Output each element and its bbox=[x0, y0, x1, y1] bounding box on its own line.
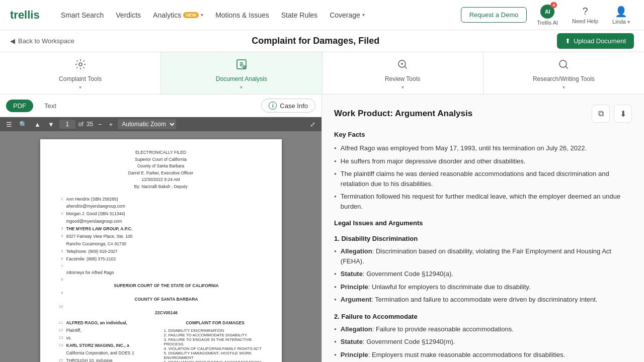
text-tab[interactable]: Text bbox=[37, 100, 63, 112]
pdf-claims-list: 1. DISABILITY DISCRIMINATION 2. FAILURE … bbox=[164, 328, 267, 362]
pdf-prev-page-button[interactable]: ▲ bbox=[32, 120, 43, 129]
issue-1-allegation: Allegation: Discrimination based on disa… bbox=[334, 246, 632, 266]
need-help-button[interactable]: ? Need Help bbox=[568, 4, 602, 26]
right-panel: Work Product: Argument Analysis ⧉ ⬇ Key … bbox=[322, 95, 644, 362]
pdf-toolbar: ☰ 🔍 ▲ ▼ 1 of 35 − + Automatic Zoom ⤢ bbox=[0, 117, 321, 131]
nav-coverage[interactable]: Coverage ▾ bbox=[325, 8, 370, 22]
pdf-line-city: Rancho Cucamonga, CA 91730 bbox=[55, 241, 267, 247]
pdf-filed-line-2: Superior Court of California bbox=[55, 156, 267, 163]
issue-1-argument: Argument: Termination and failure to acc… bbox=[334, 295, 632, 305]
pdf-filed-line-6: By: Narzralli Baksh , Deputy bbox=[55, 184, 267, 191]
user-label: Linda ▾ bbox=[612, 19, 630, 25]
download-icon: ⬇ bbox=[620, 109, 626, 119]
left-panel: PDF Text i Case Info ☰ 🔍 ▲ ▼ 1 of 35 − +… bbox=[0, 95, 322, 362]
pdf-zoom-out-button[interactable]: − bbox=[96, 120, 104, 129]
trellis-ai-icon: AI 4 bbox=[540, 5, 554, 19]
pdf-line-4: 49327 Fairway View Place, Ste. 100 bbox=[55, 234, 267, 240]
pdf-page-input[interactable]: 1 bbox=[59, 120, 75, 129]
svg-point-0 bbox=[79, 63, 82, 66]
user-menu-button[interactable]: 👤 Linda ▾ bbox=[608, 4, 634, 27]
pdf-line-case-num: 22CV05146 bbox=[55, 310, 267, 316]
trellis-ai-button[interactable]: AI 4 Trellis AI bbox=[533, 3, 562, 28]
pdf-page: ELECTRONICALLY FILED Superior Court of C… bbox=[40, 139, 282, 362]
pdf-plaintiff-col: 11ALFRED RAGO, an individual, 12Plaintif… bbox=[55, 320, 158, 362]
research-writing-chevron: ▾ bbox=[562, 84, 565, 90]
document-analysis-section[interactable]: Document Analysis ▾ bbox=[161, 52, 322, 94]
trellis-ai-badge: 4 bbox=[550, 2, 557, 8]
pdf-page-separator: of bbox=[78, 121, 84, 128]
pdf-sidebar-toggle[interactable]: ☰ bbox=[4, 120, 14, 129]
key-fact-2: He suffers from major depressive disorde… bbox=[334, 156, 632, 166]
pdf-filed-line-4: Darrel E. Parker, Executive Officer bbox=[55, 170, 267, 177]
pdf-filed-line-5: 12/30/2022 9:24 AM bbox=[55, 176, 267, 184]
pdf-next-page-button[interactable]: ▼ bbox=[46, 120, 56, 129]
upload-document-button[interactable]: ⬆ Upload Document bbox=[557, 33, 634, 49]
pdf-content-area[interactable]: ELECTRONICALLY FILED Superior Court of C… bbox=[0, 131, 321, 362]
pdf-line-1: 1Ann Hendrix (SBN 258285) bbox=[55, 197, 267, 203]
complaint-tools-chevron: ▾ bbox=[79, 84, 82, 90]
key-fact-1: Alfred Rago was employed from May 17, 19… bbox=[334, 143, 632, 153]
upload-icon: ⬆ bbox=[565, 37, 571, 45]
main-content: PDF Text i Case Info ☰ 🔍 ▲ ▼ 1 of 35 − +… bbox=[0, 95, 644, 362]
issue-2-principle: Principle: Employers must make reasonabl… bbox=[334, 350, 632, 360]
legal-issues-title: Legal Issues and Arguments bbox=[334, 219, 632, 227]
pdf-line-8: 8 bbox=[55, 277, 267, 282]
research-writing-label: Research/Writing Tools bbox=[533, 75, 595, 82]
pdf-fullscreen-button[interactable]: ⤢ bbox=[308, 120, 317, 129]
complaint-tools-section[interactable]: Complaint Tools ▾ bbox=[0, 52, 161, 94]
work-product-header: Work Product: Argument Analysis ⧉ ⬇ bbox=[334, 105, 632, 123]
issue-1-title: 1. Disability Discrimination bbox=[334, 235, 632, 242]
nav-state-rules[interactable]: State Rules bbox=[276, 8, 323, 22]
nav-links: Smart Search Verdicts Analytics NEW ▾ Mo… bbox=[56, 8, 449, 22]
pdf-line-10: 10 bbox=[55, 304, 267, 309]
pdf-line-court: SUPERIOR COURT OF THE STATE OF CALIFORNI… bbox=[55, 283, 267, 289]
svg-point-4 bbox=[559, 60, 567, 67]
pdf-line-3: 3THE MYERS LAW GROUP, A.P.C. bbox=[55, 226, 267, 232]
research-writing-section[interactable]: Research/Writing Tools ▾ bbox=[484, 52, 644, 94]
pdf-line-6: 6Facsimile: (888) 375-2102 bbox=[55, 256, 267, 262]
case-info-icon: i bbox=[269, 102, 277, 110]
nav-motions[interactable]: Motions & Issues bbox=[210, 8, 274, 22]
document-analysis-icon bbox=[235, 58, 248, 73]
need-help-label: Need Help bbox=[572, 18, 598, 24]
review-tools-section[interactable]: Review Tools ▾ bbox=[323, 52, 484, 94]
back-arrow-icon: ◀ bbox=[10, 37, 15, 45]
complaint-tools-icon bbox=[74, 58, 87, 73]
issue-2-statute: Statute: Government Code §12940(m). bbox=[334, 337, 632, 347]
case-info-button[interactable]: i Case Info bbox=[261, 99, 315, 113]
trellis-ai-label: Trellis AI bbox=[537, 20, 558, 26]
left-panel-toolbar: PDF Text i Case Info bbox=[0, 95, 321, 117]
key-fact-4: Termination followed his request for fur… bbox=[334, 192, 632, 211]
logo[interactable]: trellis bbox=[10, 9, 40, 22]
review-tools-label: Review Tools bbox=[385, 75, 420, 82]
document-analysis-label: Document Analysis bbox=[216, 75, 267, 82]
key-facts-title: Key Facts bbox=[334, 131, 632, 138]
pdf-line-7: 7 bbox=[55, 264, 267, 268]
help-icon: ? bbox=[582, 6, 588, 17]
analytics-chevron: ▾ bbox=[201, 12, 203, 18]
back-to-workspace-link[interactable]: ◀ Back to Workspace bbox=[10, 37, 74, 45]
pdf-filed-header: ELECTRONICALLY FILED Superior Court of C… bbox=[55, 149, 267, 191]
work-product-actions: ⧉ ⬇ bbox=[592, 105, 632, 123]
review-tools-chevron: ▾ bbox=[401, 84, 404, 90]
research-writing-icon bbox=[557, 58, 570, 73]
nav-verdicts[interactable]: Verdicts bbox=[111, 8, 146, 22]
coverage-chevron: ▾ bbox=[362, 12, 365, 18]
pdf-search-button[interactable]: 🔍 bbox=[17, 120, 29, 129]
issue-1-statute: Statute: Government Code §12940(a). bbox=[334, 269, 632, 279]
pdf-zoom-select[interactable]: Automatic Zoom bbox=[118, 119, 176, 129]
user-icon: 👤 bbox=[615, 6, 627, 18]
pdf-line-county: COUNTY OF SANTA BARBARA bbox=[55, 297, 267, 303]
pdf-case-caption: 11ALFRED RAGO, an individual, 12Plaintif… bbox=[55, 320, 267, 362]
work-product-title: Work Product: Argument Analysis bbox=[334, 109, 472, 119]
request-demo-button[interactable]: Request a Demo bbox=[461, 7, 527, 23]
nav-smart-search[interactable]: Smart Search bbox=[56, 8, 109, 22]
pdf-zoom-in-button[interactable]: + bbox=[107, 120, 115, 129]
issue-2-title: 2. Failure to Accommodate bbox=[334, 313, 632, 320]
download-button[interactable]: ⬇ bbox=[614, 105, 632, 123]
nav-analytics[interactable]: Analytics NEW ▾ bbox=[148, 8, 208, 22]
copy-button[interactable]: ⧉ bbox=[592, 105, 610, 123]
pdf-tab[interactable]: PDF bbox=[6, 100, 33, 112]
subheader: ◀ Back to Workspace Complaint for Damage… bbox=[0, 30, 644, 52]
pdf-page-total: 35 bbox=[87, 121, 93, 128]
